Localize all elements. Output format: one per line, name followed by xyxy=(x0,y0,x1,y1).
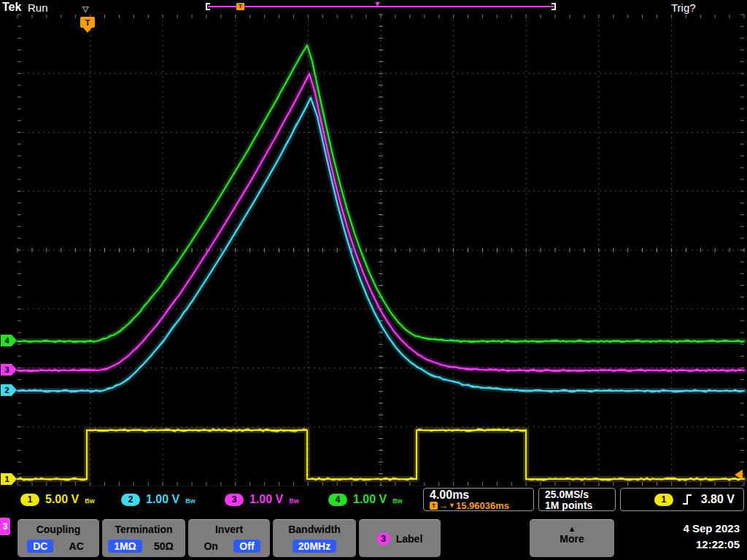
label-button[interactable]: 3 Label xyxy=(359,519,441,557)
channel-1-bw-indicator: Bw xyxy=(85,498,95,505)
termination-50ohm-option[interactable]: 50Ω xyxy=(148,540,179,553)
trigger-level-arrow-icon xyxy=(735,470,743,480)
sample-rate: 25.0MS/s xyxy=(545,489,615,500)
time-text: 12:22:05 xyxy=(646,538,740,551)
invert-title: Invert xyxy=(188,524,270,535)
coupling-button[interactable]: Coupling DC AC xyxy=(18,519,99,557)
horizontal-readout: 4.00ms T→▼15.96036ms xyxy=(423,488,534,511)
delay-trigger-icon: T xyxy=(430,502,438,510)
timebase-scale: 4.00ms xyxy=(430,489,533,501)
bandwidth-value-option[interactable]: 20MHz xyxy=(293,540,336,553)
channel-3-bw-indicator: Bw xyxy=(289,498,299,505)
channel-1-scale: 5.00 V xyxy=(45,493,79,506)
channel-1-readout: 1 5.00 V Bw xyxy=(20,493,95,506)
coupling-ac-option[interactable]: AC xyxy=(63,540,90,553)
channel-2-readout: 2 1.00 V Bw xyxy=(121,493,196,506)
trigger-delay-readout: T→▼15.96036ms xyxy=(430,501,533,510)
delay-value: 15.96036ms xyxy=(456,501,509,510)
channel-2-scale: 1.00 V xyxy=(146,493,179,506)
coupling-title: Coupling xyxy=(18,524,99,535)
rising-edge-icon xyxy=(682,493,692,506)
trigger-position-flag: T xyxy=(80,17,95,28)
channel-3-menu-tab[interactable]: 3 xyxy=(0,518,10,535)
record-length: 1M points xyxy=(545,500,615,511)
channel-4-bw-indicator: Bw xyxy=(392,498,403,505)
channel-2-badge[interactable]: 2 xyxy=(121,494,140,506)
waveform-display xyxy=(0,0,747,560)
termination-1mohm-option[interactable]: 1MΩ xyxy=(108,540,142,553)
channel-3-readout: 3 1.00 V Bw xyxy=(225,493,299,506)
acquisition-readout: 25.0MS/s 1M points xyxy=(538,488,616,511)
expansion-point-icon: ▼ xyxy=(374,0,382,8)
label-channel-badge: 3 xyxy=(377,532,390,545)
acquisition-status: Run xyxy=(28,1,48,14)
invert-button[interactable]: Invert On Off xyxy=(188,519,270,557)
coupling-dc-option[interactable]: DC xyxy=(27,540,53,553)
bandwidth-button[interactable]: Bandwidth 20MHz xyxy=(273,519,356,557)
trigger-status: Trig? xyxy=(671,1,696,14)
channel-3-badge[interactable]: 3 xyxy=(225,494,244,506)
oscilloscope-screen: Tek Run T ▼ Trig? ▽ T 4 3 2 1 1 5.00 V B… xyxy=(0,0,747,560)
termination-button[interactable]: Termination 1MΩ 50Ω xyxy=(102,519,185,557)
up-arrow-icon: ▲ xyxy=(530,525,614,533)
delay-arrow-icon: → xyxy=(438,501,448,510)
channel-1-badge[interactable]: 1 xyxy=(20,494,39,506)
trigger-level: 3.80 V xyxy=(701,493,735,506)
more-title: More xyxy=(530,533,614,545)
bandwidth-title: Bandwidth xyxy=(273,524,356,535)
label-title: Label xyxy=(396,533,423,545)
trigger-readout: 1 3.80 V xyxy=(620,488,744,511)
channel-4-badge[interactable]: 4 xyxy=(328,494,347,506)
channel-3-scale: 1.00 V xyxy=(249,493,283,506)
date-text: 4 Sep 2023 xyxy=(646,522,740,535)
termination-title: Termination xyxy=(102,524,185,535)
more-button[interactable]: ▲ More xyxy=(530,519,614,557)
invert-on-option[interactable]: On xyxy=(198,540,223,553)
trigger-source-badge: 1 xyxy=(654,494,673,506)
readout-bar: 1 5.00 V Bw 2 1.00 V Bw 3 1.00 V Bw 4 1.… xyxy=(0,486,747,516)
delay-marker-icon: ▼ xyxy=(449,501,455,510)
channel-4-readout: 4 1.00 V Bw xyxy=(328,493,403,506)
channel-2-bw-indicator: Bw xyxy=(185,498,196,505)
channel-4-scale: 1.00 V xyxy=(353,493,387,506)
tek-logo: Tek xyxy=(2,1,21,14)
invert-off-option[interactable]: Off xyxy=(233,540,260,553)
datetime-display: 4 Sep 2023 12:22:05 xyxy=(646,519,743,557)
trigger-record-position-icon: ▽ xyxy=(82,5,88,13)
trigger-position-pointer-icon xyxy=(83,28,92,33)
record-trigger-marker: T xyxy=(236,3,244,10)
